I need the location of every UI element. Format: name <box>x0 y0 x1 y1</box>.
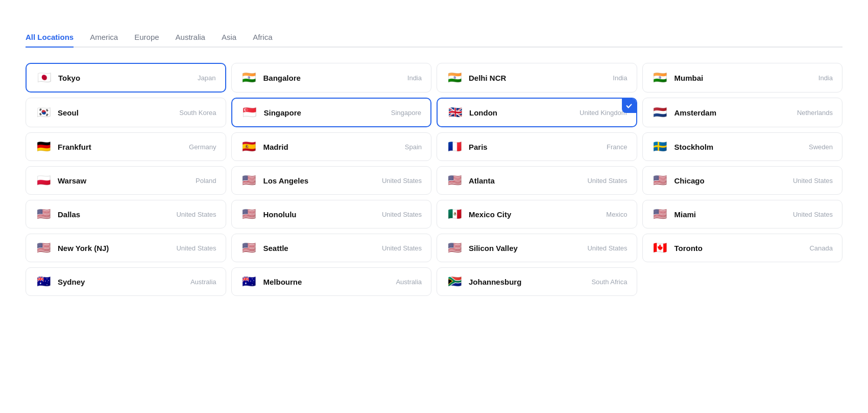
country-name-dallas: United States <box>176 211 216 218</box>
country-name-johannesburg: South Africa <box>591 278 627 286</box>
location-card-honolulu[interactable]: 🇺🇸HonoluluUnited States <box>231 200 432 228</box>
flag-frankfurt: 🇩🇪 <box>35 141 52 152</box>
flag-johannesburg: 🇿🇦 <box>446 276 463 287</box>
country-name-amsterdam: Netherlands <box>797 109 833 117</box>
city-name-sydney: Sydney <box>58 278 85 286</box>
location-card-frankfurt[interactable]: 🇩🇪FrankfurtGermany <box>26 132 226 161</box>
country-name-madrid: Spain <box>405 143 422 151</box>
flag-newyork: 🇺🇸 <box>35 242 52 254</box>
city-name-tokyo: Tokyo <box>58 74 80 82</box>
city-name-amsterdam: Amsterdam <box>674 108 717 117</box>
flag-miami: 🇺🇸 <box>652 209 668 220</box>
country-name-bangalore: India <box>407 74 422 82</box>
city-name-paris: Paris <box>469 143 488 151</box>
country-name-singapore: Singapore <box>391 109 421 117</box>
flag-paris: 🇫🇷 <box>446 141 463 152</box>
location-card-london[interactable]: 🇬🇧LondonUnited Kingdom <box>437 98 637 127</box>
location-card-johannesburg[interactable]: 🇿🇦JohannesburgSouth Africa <box>437 267 637 296</box>
tab-asia[interactable]: Asia <box>222 33 236 48</box>
city-name-miami: Miami <box>674 210 696 219</box>
flag-london: 🇬🇧 <box>447 107 463 118</box>
country-name-newyork: United States <box>176 244 216 252</box>
location-card-bangalore[interactable]: 🇮🇳BangaloreIndia <box>231 63 432 93</box>
location-card-paris[interactable]: 🇫🇷ParisFrance <box>437 132 637 161</box>
flag-tokyo: 🇯🇵 <box>36 72 52 83</box>
location-card-mumbai[interactable]: 🇮🇳MumbaiIndia <box>642 63 843 93</box>
city-name-frankfurt: Frankfurt <box>58 143 91 151</box>
city-name-atlanta: Atlanta <box>469 176 495 185</box>
country-name-sydney: Australia <box>190 278 216 286</box>
country-name-mexicocity: Mexico <box>606 211 627 218</box>
locations-grid: 🇯🇵TokyoJapan🇮🇳BangaloreIndia🇮🇳Delhi NCRI… <box>26 63 842 296</box>
flag-siliconvalley: 🇺🇸 <box>446 242 463 254</box>
flag-singapore: 🇸🇬 <box>242 107 258 118</box>
flag-melbourne: 🇦🇺 <box>241 276 257 287</box>
city-name-stockholm: Stockholm <box>674 143 714 151</box>
location-card-sydney[interactable]: 🇦🇺SydneyAustralia <box>26 267 226 296</box>
city-name-chicago: Chicago <box>674 176 705 185</box>
city-name-mexicocity: Mexico City <box>469 210 511 219</box>
country-name-seattle: United States <box>382 244 422 252</box>
flag-mumbai: 🇮🇳 <box>652 72 668 83</box>
country-name-warsaw: Poland <box>196 177 216 185</box>
country-name-miami: United States <box>793 211 833 218</box>
location-card-delhi[interactable]: 🇮🇳Delhi NCRIndia <box>437 63 637 93</box>
city-name-losangeles: Los Angeles <box>263 176 309 185</box>
country-name-siliconvalley: United States <box>587 244 627 252</box>
city-name-dallas: Dallas <box>58 210 80 219</box>
country-name-honolulu: United States <box>382 211 422 218</box>
flag-seattle: 🇺🇸 <box>241 242 257 254</box>
tab-africa[interactable]: Africa <box>253 33 272 48</box>
city-name-warsaw: Warsaw <box>58 176 86 185</box>
city-name-mumbai: Mumbai <box>674 74 704 82</box>
location-card-atlanta[interactable]: 🇺🇸AtlantaUnited States <box>437 166 637 195</box>
location-card-seattle[interactable]: 🇺🇸SeattleUnited States <box>231 234 432 262</box>
tab-america[interactable]: America <box>90 33 118 48</box>
location-card-singapore[interactable]: 🇸🇬SingaporeSingapore <box>231 98 432 127</box>
check-badge <box>622 99 636 113</box>
city-name-bangalore: Bangalore <box>263 74 301 82</box>
country-name-paris: France <box>607 143 627 151</box>
flag-atlanta: 🇺🇸 <box>446 175 463 186</box>
location-card-madrid[interactable]: 🇪🇸MadridSpain <box>231 132 432 161</box>
country-name-stockholm: Sweden <box>809 143 833 151</box>
tab-all[interactable]: All Locations <box>26 33 74 48</box>
location-card-stockholm[interactable]: 🇸🇪StockholmSweden <box>642 132 843 161</box>
location-card-mexicocity[interactable]: 🇲🇽Mexico CityMexico <box>437 200 637 228</box>
city-name-toronto: Toronto <box>674 244 703 253</box>
flag-mexicocity: 🇲🇽 <box>446 209 463 220</box>
location-card-newyork[interactable]: 🇺🇸New York (NJ)United States <box>26 234 226 262</box>
flag-warsaw: 🇵🇱 <box>35 175 52 186</box>
flag-bangalore: 🇮🇳 <box>241 72 257 83</box>
city-name-seoul: Seoul <box>58 108 79 117</box>
country-name-delhi: India <box>613 74 627 82</box>
country-name-chicago: United States <box>793 177 833 185</box>
flag-seoul: 🇰🇷 <box>35 107 52 118</box>
tab-europe[interactable]: Europe <box>134 33 159 48</box>
city-name-honolulu: Honolulu <box>263 210 297 219</box>
location-card-tokyo[interactable]: 🇯🇵TokyoJapan <box>26 63 226 93</box>
location-card-warsaw[interactable]: 🇵🇱WarsawPoland <box>26 166 226 195</box>
flag-chicago: 🇺🇸 <box>652 175 668 186</box>
location-card-seoul[interactable]: 🇰🇷SeoulSouth Korea <box>26 98 226 127</box>
city-name-delhi: Delhi NCR <box>469 74 506 82</box>
country-name-seoul: South Korea <box>179 109 216 117</box>
country-name-frankfurt: Germany <box>189 143 216 151</box>
location-card-amsterdam[interactable]: 🇳🇱AmsterdamNetherlands <box>642 98 843 127</box>
city-name-melbourne: Melbourne <box>263 278 302 286</box>
location-card-chicago[interactable]: 🇺🇸ChicagoUnited States <box>642 166 843 195</box>
location-card-toronto[interactable]: 🇨🇦TorontoCanada <box>642 234 843 262</box>
location-card-melbourne[interactable]: 🇦🇺MelbourneAustralia <box>231 267 432 296</box>
country-name-losangeles: United States <box>382 177 422 185</box>
location-tabs: All LocationsAmericaEuropeAustraliaAsiaA… <box>26 33 842 48</box>
city-name-seattle: Seattle <box>263 244 288 253</box>
country-name-melbourne: Australia <box>396 278 422 286</box>
location-card-siliconvalley[interactable]: 🇺🇸Silicon ValleyUnited States <box>437 234 637 262</box>
city-name-johannesburg: Johannesburg <box>469 278 521 286</box>
location-card-losangeles[interactable]: 🇺🇸Los AngelesUnited States <box>231 166 432 195</box>
location-card-miami[interactable]: 🇺🇸MiamiUnited States <box>642 200 843 228</box>
city-name-newyork: New York (NJ) <box>58 244 109 253</box>
tab-australia[interactable]: Australia <box>176 33 205 48</box>
location-card-dallas[interactable]: 🇺🇸DallasUnited States <box>26 200 226 228</box>
flag-stockholm: 🇸🇪 <box>652 141 668 152</box>
